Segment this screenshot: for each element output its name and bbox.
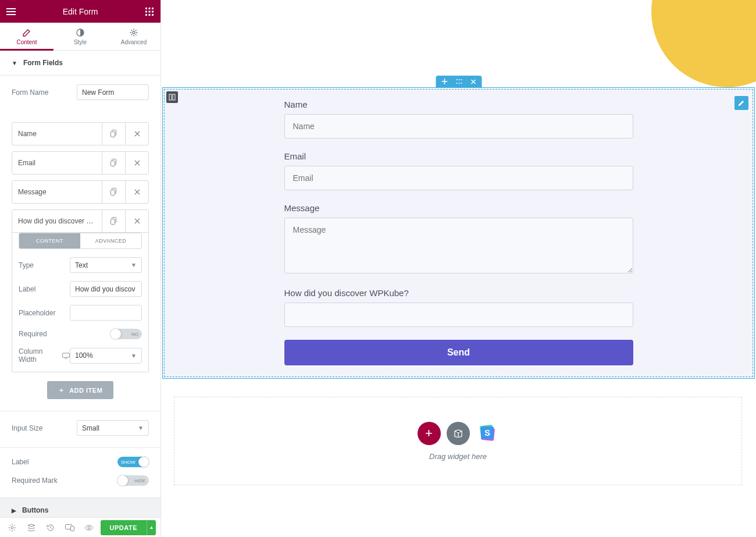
column-width-select[interactable]: 100%▼ xyxy=(70,348,142,364)
svg-point-28 xyxy=(458,83,459,84)
field-item-label[interactable]: Email xyxy=(12,152,102,174)
preview-email-label: Email xyxy=(284,151,633,161)
preview-email-input[interactable] xyxy=(284,166,633,190)
editor-canvas: Name Email Message How did you discover … xyxy=(161,0,756,537)
required-label: Required xyxy=(19,330,110,338)
duplicate-field-icon[interactable] xyxy=(102,123,125,145)
tab-style-label: Style xyxy=(54,39,107,45)
preview-name-label: Name xyxy=(284,99,633,109)
svg-rect-3 xyxy=(145,10,147,12)
svg-rect-6 xyxy=(145,14,147,16)
widget-drop-zone[interactable]: + S Drag widget here xyxy=(174,397,742,485)
contrast-icon xyxy=(76,29,84,37)
add-section-button[interactable]: + xyxy=(418,422,441,445)
template-library-icon[interactable]: S xyxy=(476,422,499,445)
svg-text:S: S xyxy=(484,428,490,438)
history-icon[interactable] xyxy=(41,518,60,538)
svg-rect-31 xyxy=(173,94,175,100)
svg-rect-2 xyxy=(152,8,154,9)
remove-field-icon[interactable] xyxy=(125,181,148,203)
section-form-fields[interactable]: ▼ Form Fields xyxy=(0,51,161,76)
update-label[interactable]: UPDATE xyxy=(101,520,147,535)
input-size-select[interactable]: Small▼ xyxy=(77,420,149,436)
duplicate-field-icon[interactable] xyxy=(102,210,125,232)
svg-rect-1 xyxy=(149,8,151,9)
tab-style[interactable]: Style xyxy=(54,23,107,50)
section-form-fields-label: Form Fields xyxy=(23,59,63,67)
label-toggle[interactable]: SHOW xyxy=(117,457,149,467)
placeholder-input[interactable] xyxy=(70,305,142,321)
duplicate-field-icon[interactable] xyxy=(102,181,125,203)
add-item-button[interactable]: ＋ ADD ITEM xyxy=(47,381,113,399)
svg-rect-19 xyxy=(63,353,70,357)
svg-point-27 xyxy=(456,83,457,84)
type-select[interactable]: Text▼ xyxy=(70,257,142,273)
svg-point-24 xyxy=(456,79,457,80)
field-subtab-advanced[interactable]: ADVANCED xyxy=(80,233,141,248)
close-section-icon[interactable] xyxy=(470,79,476,84)
column-width-value: 100% xyxy=(75,351,93,360)
svg-point-29 xyxy=(461,83,462,84)
preview-discover-input[interactable] xyxy=(284,303,633,327)
field-item-label[interactable]: Name xyxy=(12,123,102,145)
update-button[interactable]: UPDATE ▲ xyxy=(101,520,156,535)
svg-point-23 xyxy=(88,527,90,529)
tab-advanced[interactable]: Advanced xyxy=(107,23,161,50)
svg-rect-0 xyxy=(145,8,147,9)
drag-section-icon[interactable] xyxy=(455,79,462,84)
preview-icon[interactable] xyxy=(79,518,98,538)
column-width-label: Column Width xyxy=(19,347,70,364)
svg-rect-12 xyxy=(110,132,115,137)
preview-name-input[interactable] xyxy=(284,114,633,138)
column-handle-icon[interactable] xyxy=(166,91,178,103)
hamburger-menu-icon[interactable] xyxy=(0,0,22,23)
remove-field-icon[interactable] xyxy=(125,152,148,174)
decorative-circle xyxy=(651,0,756,87)
navigator-icon[interactable] xyxy=(22,518,41,538)
edit-widget-icon[interactable] xyxy=(734,96,748,110)
field-item-label[interactable]: How did you discover W… xyxy=(12,210,102,232)
preview-discover-label: How did you discover WPKube? xyxy=(284,288,633,298)
field-label-input[interactable] xyxy=(70,281,142,297)
settings-icon[interactable] xyxy=(2,518,22,538)
tab-content-label: Content xyxy=(0,39,54,45)
svg-point-26 xyxy=(461,79,462,80)
preview-message-input[interactable] xyxy=(284,218,633,273)
field-item-message[interactable]: Message xyxy=(12,180,149,204)
tab-content[interactable]: Content xyxy=(0,23,54,50)
chevron-down-icon: ▼ xyxy=(138,425,144,431)
field-subtab-content[interactable]: CONTENT xyxy=(19,233,80,248)
svg-point-10 xyxy=(133,31,135,34)
svg-point-25 xyxy=(458,79,459,80)
svg-rect-4 xyxy=(149,10,151,12)
required-toggle[interactable]: NO xyxy=(110,329,142,339)
drop-zone-text: Drag widget here xyxy=(429,452,487,461)
add-section-icon[interactable] xyxy=(441,79,447,84)
duplicate-field-icon[interactable] xyxy=(102,152,125,174)
form-name-input[interactable] xyxy=(77,84,149,100)
form-widget[interactable]: Name Email Message How did you discover … xyxy=(162,87,755,379)
required-state: NO xyxy=(131,332,142,337)
add-template-button[interactable] xyxy=(447,422,470,445)
panel-tabs: Content Style Advanced xyxy=(0,23,161,51)
field-item-email[interactable]: Email xyxy=(12,151,149,175)
field-item-label[interactable]: Message xyxy=(12,181,102,203)
plus-icon: ＋ xyxy=(58,386,65,394)
remove-field-icon[interactable] xyxy=(125,123,148,145)
required-mark-toggle[interactable]: HIDE xyxy=(117,475,149,486)
chevron-down-icon: ▼ xyxy=(131,262,137,268)
widgets-grid-icon[interactable] xyxy=(138,0,161,23)
input-size-label: Input Size xyxy=(12,424,77,432)
tab-advanced-label: Advanced xyxy=(107,39,161,45)
field-label-label: Label xyxy=(19,285,70,293)
preview-submit-button[interactable]: Send xyxy=(284,340,633,365)
section-buttons[interactable]: ▶ Buttons xyxy=(0,498,161,517)
field-item-name[interactable]: Name xyxy=(12,122,149,145)
svg-rect-16 xyxy=(110,190,115,195)
field-item-discover[interactable]: How did you discover W… xyxy=(12,209,149,233)
desktop-icon[interactable] xyxy=(62,353,70,359)
update-options-icon[interactable]: ▲ xyxy=(147,520,156,535)
panel-title: Edit Form xyxy=(63,7,98,16)
remove-field-icon[interactable] xyxy=(125,210,148,232)
responsive-icon[interactable] xyxy=(60,518,79,538)
